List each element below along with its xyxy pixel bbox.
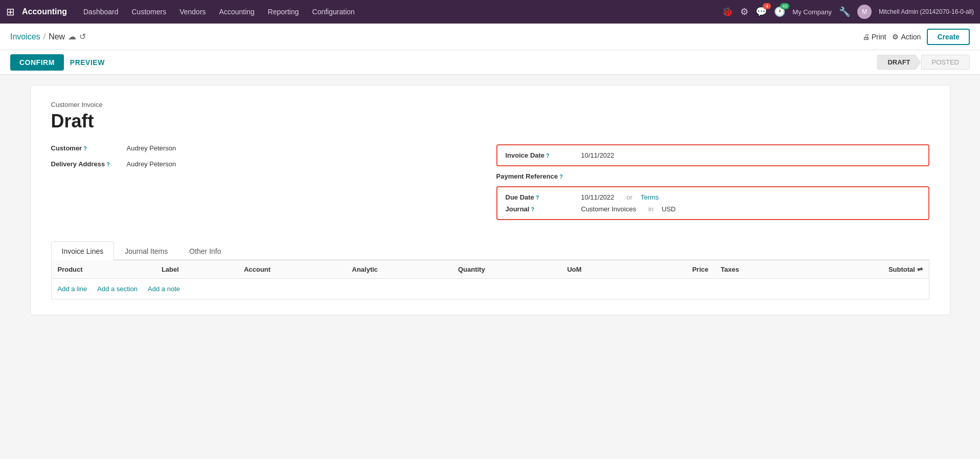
invoice-lines-table: Product Label Account Analytic Quantity … bbox=[52, 260, 929, 279]
form-right: Invoice Date ? 10/11/2022 Payment Refere… bbox=[496, 144, 929, 226]
nav-customers[interactable]: Customers bbox=[127, 6, 172, 18]
due-date-terms[interactable]: Terms bbox=[641, 193, 658, 201]
payment-ref-label: Payment Reference ? bbox=[496, 172, 568, 180]
nav-accounting[interactable]: Accounting bbox=[214, 6, 260, 18]
customer-help-icon[interactable]: ? bbox=[83, 145, 87, 151]
journal-value[interactable]: Customer Invoices bbox=[581, 205, 636, 213]
chat-icon[interactable]: 💬 4 bbox=[756, 6, 767, 17]
avatar[interactable]: M bbox=[857, 5, 872, 19]
journal-in: in bbox=[648, 205, 653, 213]
gear-icon: ⚙ bbox=[892, 33, 899, 41]
clock-badge: 40 bbox=[780, 3, 789, 9]
due-date-field: Due Date ? 10/11/2022 or Terms bbox=[506, 193, 920, 201]
tabs-section: Invoice Lines Journal Items Other Info P… bbox=[51, 242, 929, 299]
tab-list: Invoice Lines Journal Items Other Info bbox=[51, 242, 929, 260]
printer-icon: 🖨 bbox=[862, 33, 870, 41]
subtotal-exchange-icon[interactable]: ⇌ bbox=[917, 266, 923, 273]
delivery-label: Delivery Address ? bbox=[51, 160, 123, 168]
add-section-link[interactable]: Add a section bbox=[97, 285, 138, 293]
print-button[interactable]: 🖨 Print bbox=[862, 33, 886, 41]
upload-icon[interactable]: ☁ bbox=[68, 32, 76, 41]
col-product: Product bbox=[52, 260, 155, 279]
col-quantity: Quantity bbox=[452, 260, 561, 279]
invoice-date-help-icon[interactable]: ? bbox=[546, 152, 550, 159]
add-note-link[interactable]: Add a note bbox=[148, 285, 180, 293]
status-draft[interactable]: DRAFT bbox=[877, 55, 921, 70]
status-posted[interactable]: POSTED bbox=[921, 55, 970, 70]
add-line-link[interactable]: Add a line bbox=[58, 285, 87, 293]
app-name: Accounting bbox=[22, 7, 67, 16]
payment-ref-help-icon[interactable]: ? bbox=[559, 173, 563, 180]
form-body: Customer ? Audrey Peterson Delivery Addr… bbox=[51, 144, 929, 226]
doc-status: Draft bbox=[51, 111, 929, 132]
nav-reporting[interactable]: Reporting bbox=[263, 6, 304, 18]
table-section: Product Label Account Analytic Quantity … bbox=[51, 260, 929, 299]
invoice-date-field: Invoice Date ? 10/11/2022 bbox=[506, 151, 920, 159]
tab-journal-items[interactable]: Journal Items bbox=[114, 242, 178, 260]
col-price: Price bbox=[635, 260, 715, 279]
app-grid-icon[interactable]: ⊞ bbox=[6, 6, 15, 18]
invoice-date-value[interactable]: 10/11/2022 bbox=[581, 151, 614, 159]
customer-field: Customer ? Audrey Peterson bbox=[51, 144, 484, 152]
activity-icon[interactable]: ⚙ bbox=[740, 6, 748, 17]
col-uom: UoM bbox=[561, 260, 635, 279]
breadcrumb-bar: Invoices / New ☁ ↺ 🖨 Print ⚙ Action Crea… bbox=[0, 24, 980, 50]
form-card: Customer Invoice Draft Customer ? Audrey… bbox=[30, 85, 950, 315]
nav-configuration[interactable]: Configuration bbox=[307, 6, 360, 18]
main-content: Customer Invoice Draft Customer ? Audrey… bbox=[0, 75, 980, 325]
preview-button[interactable]: PREVIEW bbox=[70, 58, 105, 67]
header-actions: 🖨 Print ⚙ Action Create bbox=[862, 29, 970, 45]
due-date-help-icon[interactable]: ? bbox=[536, 194, 539, 201]
chat-badge: 4 bbox=[763, 3, 771, 9]
invoice-date-label: Invoice Date ? bbox=[506, 151, 577, 159]
form-header: Customer Invoice Draft bbox=[51, 101, 929, 132]
col-label: Label bbox=[155, 260, 238, 279]
delivery-field: Delivery Address ? Audrey Peterson bbox=[51, 160, 484, 168]
payment-ref-field: Payment Reference ? bbox=[496, 172, 929, 180]
form-left: Customer ? Audrey Peterson Delivery Addr… bbox=[51, 144, 484, 226]
customer-label: Customer ? bbox=[51, 144, 123, 152]
user-name: Mitchell Admin (20142070-16-0-all) bbox=[879, 8, 974, 15]
doc-type: Customer Invoice bbox=[51, 101, 929, 108]
journal-currency: USD bbox=[662, 205, 675, 213]
col-subtotal: Subtotal ⇌ bbox=[800, 260, 928, 279]
confirm-button[interactable]: CONFIRM bbox=[10, 54, 64, 71]
breadcrumb: Invoices / New ☁ ↺ bbox=[10, 32, 862, 41]
due-date-journal-section: Due Date ? 10/11/2022 or Terms Journal ?… bbox=[496, 186, 929, 220]
journal-field: Journal ? Customer Invoices in USD bbox=[506, 205, 920, 213]
status-bar: DRAFT POSTED bbox=[877, 55, 970, 70]
delivery-value[interactable]: Audrey Peterson bbox=[127, 160, 176, 168]
action-button[interactable]: ⚙ Action bbox=[892, 33, 921, 41]
delivery-help-icon[interactable]: ? bbox=[106, 161, 110, 167]
col-account: Account bbox=[238, 260, 346, 279]
breadcrumb-link[interactable]: Invoices bbox=[10, 32, 40, 41]
clock-icon[interactable]: 🕐 40 bbox=[774, 6, 785, 17]
table-add-row: Add a line Add a section Add a note bbox=[52, 279, 929, 299]
nav-dashboard[interactable]: Dashboard bbox=[78, 6, 124, 18]
top-nav: ⊞ Accounting Dashboard Customers Vendors… bbox=[0, 0, 980, 24]
customer-value[interactable]: Audrey Peterson bbox=[127, 144, 176, 152]
create-button[interactable]: Create bbox=[927, 29, 970, 45]
nav-vendors[interactable]: Vendors bbox=[174, 6, 211, 18]
col-analytic: Analytic bbox=[346, 260, 452, 279]
col-taxes: Taxes bbox=[715, 260, 800, 279]
action-toolbar: CONFIRM PREVIEW DRAFT POSTED bbox=[0, 50, 980, 75]
breadcrumb-current: New bbox=[49, 32, 65, 41]
invoice-date-section: Invoice Date ? 10/11/2022 bbox=[496, 144, 929, 166]
breadcrumb-separator: / bbox=[43, 32, 45, 41]
top-icons: 🐞 ⚙ 💬 4 🕐 40 My Company 🔧 M Mitchell Adm… bbox=[722, 5, 974, 19]
due-date-label: Due Date ? bbox=[506, 193, 577, 201]
journal-help-icon[interactable]: ? bbox=[531, 206, 534, 212]
journal-label: Journal ? bbox=[506, 205, 577, 213]
bug-icon[interactable]: 🐞 bbox=[722, 6, 733, 17]
due-date-value[interactable]: 10/11/2022 bbox=[581, 193, 614, 201]
tab-invoice-lines[interactable]: Invoice Lines bbox=[51, 242, 115, 260]
due-date-or: or bbox=[627, 193, 633, 201]
refresh-icon[interactable]: ↺ bbox=[79, 32, 86, 41]
wrench-icon[interactable]: 🔧 bbox=[839, 6, 850, 17]
company-name: My Company bbox=[792, 8, 832, 16]
tab-other-info[interactable]: Other Info bbox=[178, 242, 232, 260]
